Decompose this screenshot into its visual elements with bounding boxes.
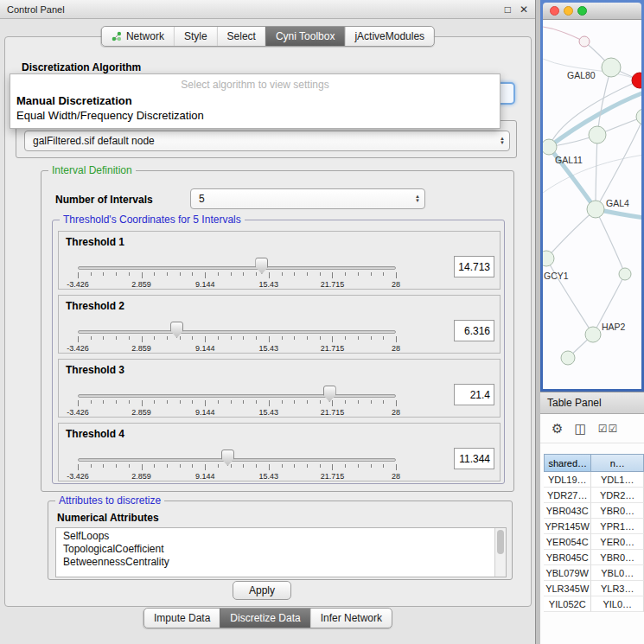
dropdown-option-equal-width[interactable]: Equal Width/Frequency Discretization	[10, 108, 500, 123]
network-node-selected-red[interactable]	[632, 73, 641, 88]
apply-button[interactable]: Apply	[233, 581, 291, 600]
table-cell[interactable]: YBR043C	[544, 503, 591, 519]
float-window-icon[interactable]: □	[505, 3, 511, 16]
slider-track[interactable]	[78, 394, 396, 398]
number-of-intervals-value: 5	[199, 193, 205, 205]
table-row[interactable]: YIL052CYIL0…	[544, 596, 644, 612]
tab-discretize-data[interactable]: Discretize Data	[220, 609, 309, 628]
table-cell[interactable]: YBL0…	[591, 565, 644, 581]
threshold-value-field[interactable]: 11.344	[454, 448, 494, 469]
network-node[interactable]	[619, 268, 631, 280]
network-node[interactable]	[579, 36, 590, 47]
slider-track[interactable]	[78, 330, 396, 334]
table-cell[interactable]: YIL0…	[591, 596, 644, 612]
table-cell[interactable]: YBR045C	[544, 550, 591, 565]
table-cell[interactable]: YPR145W	[544, 519, 591, 534]
column-header-name[interactable]: n…	[591, 454, 644, 472]
table-cell[interactable]: YDR27…	[544, 488, 591, 503]
tick-label: 2.859	[131, 408, 151, 417]
table-row[interactable]: YER054CYER0…	[544, 534, 644, 550]
tick-label: -3.426	[67, 280, 89, 289]
table-cell[interactable]: YBR0…	[591, 550, 644, 565]
network-node-gal11[interactable]	[543, 139, 557, 155]
table-cell[interactable]: YDR2…	[591, 488, 644, 503]
tick-label: 2.859	[131, 280, 151, 289]
zoom-traffic-light-icon[interactable]	[577, 6, 587, 16]
table-panel-body: ⚙ ◫ ☑☑ shared… n… YDL19…YDL1…YDR27…YDR2……	[540, 414, 644, 644]
table-cell[interactable]: YLR345W	[544, 581, 591, 596]
network-node[interactable]	[589, 126, 606, 143]
tab-impute-data[interactable]: Impute Data	[144, 609, 220, 628]
attribute-list-item[interactable]: SelfLoops	[63, 530, 499, 543]
window-title: Control Panel	[7, 4, 496, 15]
columns-icon[interactable]: ◫	[574, 422, 586, 435]
tab-network[interactable]: Network	[102, 27, 174, 46]
close-traffic-light-icon[interactable]	[550, 6, 559, 16]
settings-gear-icon[interactable]: ⚙	[552, 422, 563, 435]
tab-style[interactable]: Style	[174, 27, 217, 46]
table-cell[interactable]: YDL19…	[544, 472, 591, 488]
threshold-value-field[interactable]: 21.4	[454, 384, 494, 405]
threshold-slider[interactable]: -3.4262.8599.14415.4321.71528	[78, 252, 396, 289]
threshold-slider[interactable]: -3.4262.8599.14415.4321.71528	[78, 316, 396, 353]
threshold-value-field[interactable]: 14.713	[454, 256, 494, 277]
table-panel-toolbar: ⚙ ◫ ☑☑	[540, 414, 644, 443]
table-cell[interactable]: YBL079W	[544, 565, 591, 581]
table-row[interactable]: YDL19…YDL1…	[544, 472, 644, 488]
tab-cyni-toolbox[interactable]: Cyni Toolbox	[265, 27, 344, 46]
network-node[interactable]	[636, 109, 641, 124]
threshold-value-field[interactable]: 6.316	[454, 320, 494, 341]
threshold-slider[interactable]: -3.4262.8599.14415.4321.71528	[78, 380, 396, 417]
tick-label: 28	[392, 472, 400, 481]
slider-track[interactable]	[78, 458, 396, 462]
table-cell[interactable]: YBR0…	[591, 503, 644, 519]
column-header-shared-name[interactable]: shared…	[544, 454, 591, 472]
node-label-gal80: GAL80	[567, 70, 596, 80]
dropdown-option-manual-discretization[interactable]: Manual Discretization	[10, 93, 500, 108]
tab-label: Infer Network	[321, 612, 382, 624]
table-cell[interactable]: YLR3…	[591, 581, 644, 596]
tab-select[interactable]: Select	[217, 27, 265, 46]
table-cell[interactable]: YER0…	[591, 534, 644, 550]
table-cell[interactable]: YIL052C	[544, 596, 591, 612]
slider-track[interactable]	[78, 266, 396, 270]
node-label-gal4: GAL4	[606, 198, 629, 208]
scrollbar[interactable]	[494, 528, 506, 577]
tick-label: 21.715	[321, 280, 345, 289]
attribute-list-item[interactable]: TopologicalCoefficient	[63, 543, 499, 556]
tick-label: 2.859	[131, 472, 151, 481]
tab-label: jActiveModules	[354, 30, 424, 42]
network-node[interactable]	[561, 351, 575, 365]
attribute-list-item[interactable]: BetweennessCentrality	[63, 556, 499, 569]
number-of-intervals-combo[interactable]: 5 ▲▼	[190, 188, 425, 209]
tab-infer-network[interactable]: Infer Network	[310, 609, 392, 628]
table-row[interactable]: YDR27…YDR2…	[544, 488, 644, 503]
table-row[interactable]: YBL079WYBL0…	[544, 565, 644, 581]
table-row[interactable]: YPR145WYPR1…	[544, 519, 644, 534]
tick-label: 15.43	[259, 344, 279, 353]
tab-label: Style	[184, 30, 207, 42]
table-cell[interactable]: YDL1…	[591, 472, 644, 488]
threshold-label: Threshold 1	[66, 236, 124, 248]
table-data-combo[interactable]: galFiltered.sif default node ▲▼	[24, 131, 510, 151]
network-node-gal80[interactable]	[602, 58, 621, 77]
scrollbar-thumb[interactable]	[497, 530, 504, 554]
tab-jactivemodules[interactable]: jActiveModules	[344, 27, 434, 46]
network-node-gal4[interactable]	[587, 201, 604, 218]
network-node-gcy1[interactable]	[543, 251, 554, 266]
slider-ticks	[78, 400, 396, 407]
threshold-slider[interactable]: -3.4262.8599.14415.4321.71528	[78, 444, 396, 481]
table-row[interactable]: YBR043CYBR0…	[544, 503, 644, 519]
table-cell[interactable]: YER054C	[544, 534, 591, 550]
table-row[interactable]: YBR045CYBR0…	[544, 550, 644, 565]
network-canvas[interactable]: GAL80 GAL11 GAL4 GCY1 HAP2	[543, 20, 641, 389]
select-columns-checkboxes-icon[interactable]: ☑☑	[598, 424, 619, 434]
close-window-icon[interactable]: ✕	[520, 3, 528, 16]
threshold-label: Threshold 4	[66, 428, 124, 440]
slider-ticks	[78, 336, 396, 343]
minimize-traffic-light-icon[interactable]	[564, 6, 573, 16]
table-row[interactable]: YLR345WYLR3…	[544, 581, 644, 596]
network-icon	[112, 31, 122, 41]
table-cell[interactable]: YPR1…	[591, 519, 644, 534]
network-node-hap2[interactable]	[585, 327, 601, 342]
